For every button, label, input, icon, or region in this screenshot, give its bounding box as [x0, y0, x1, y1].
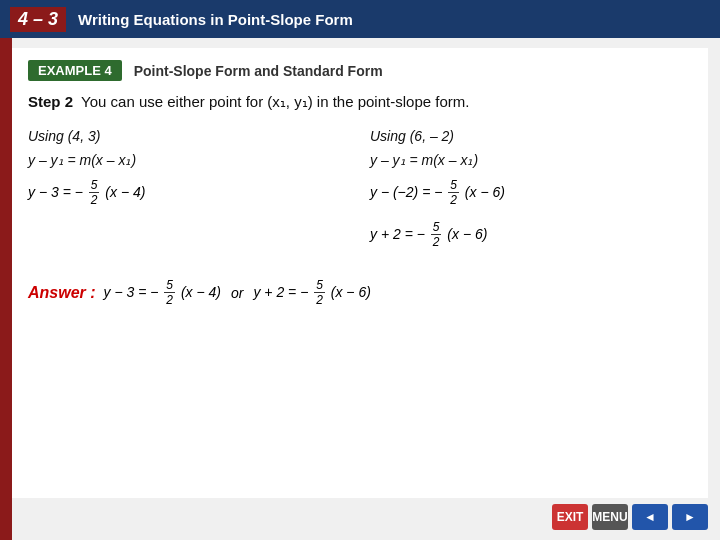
using-left-label: Using (4, 3)	[28, 128, 350, 144]
equation-right-2: y + 2 = − 5 2 (x − 6)	[370, 220, 692, 250]
formula-left: y – y₁ = m(x – x₁)	[28, 152, 350, 168]
two-column-layout: Using (4, 3) y – y₁ = m(x – x₁) y − 3 = …	[28, 128, 692, 262]
eq-right-2-text: y + 2 = − 5 2 (x − 6)	[370, 220, 487, 250]
main-container: 4 – 3 Writing Equations in Point-Slope F…	[0, 0, 720, 540]
prev-button[interactable]: ◄	[632, 504, 668, 530]
answer-eq2: y + 2 = − 5 2 (x − 6)	[253, 278, 370, 308]
example-badge: EXAMPLE 4	[28, 60, 122, 81]
answer-eq1: y − 3 = − 5 2 (x − 4)	[104, 278, 221, 308]
left-decoration	[0, 38, 12, 540]
example-title: Point-Slope Form and Standard Form	[134, 63, 383, 79]
eq-right-1-text: y − (−2) = − 5 2 (x − 6)	[370, 178, 505, 208]
menu-button[interactable]: MENU	[592, 504, 628, 530]
next-button[interactable]: ►	[672, 504, 708, 530]
eq-left-1-text: y − 3 = − 5 2 (x − 4)	[28, 178, 145, 208]
answer-label: Answer :	[28, 284, 96, 302]
bottom-nav: EXIT MENU ◄ ►	[552, 504, 708, 530]
step2-content: You can use either point for (x₁, y₁) in…	[81, 93, 469, 110]
header-bar: 4 – 3 Writing Equations in Point-Slope F…	[0, 0, 720, 38]
content-area: EXAMPLE 4 Point-Slope Form and Standard …	[12, 48, 708, 498]
equation-right-1: y − (−2) = − 5 2 (x − 6)	[370, 178, 692, 208]
right-column: Using (6, – 2) y – y₁ = m(x – x₁) y − (−…	[360, 128, 692, 262]
lesson-badge: 4 – 3	[10, 7, 66, 32]
answer-content: y − 3 = − 5 2 (x − 4) or y + 2 = − 5 2 (…	[104, 278, 371, 308]
equation-left-1: y − 3 = − 5 2 (x − 4)	[28, 178, 350, 208]
using-right-label: Using (6, – 2)	[370, 128, 692, 144]
left-column: Using (4, 3) y – y₁ = m(x – x₁) y − 3 = …	[28, 128, 360, 262]
step2-text: Step 2 You can use either point for (x₁,…	[28, 91, 692, 114]
or-text: or	[231, 285, 243, 301]
exit-button[interactable]: EXIT	[552, 504, 588, 530]
step2-label: Step 2	[28, 93, 73, 110]
header-title: Writing Equations in Point-Slope Form	[78, 11, 353, 28]
answer-section: Answer : y − 3 = − 5 2 (x − 4) or y + 2 …	[28, 278, 692, 308]
formula-right: y – y₁ = m(x – x₁)	[370, 152, 692, 168]
example-badge-row: EXAMPLE 4 Point-Slope Form and Standard …	[28, 60, 692, 81]
